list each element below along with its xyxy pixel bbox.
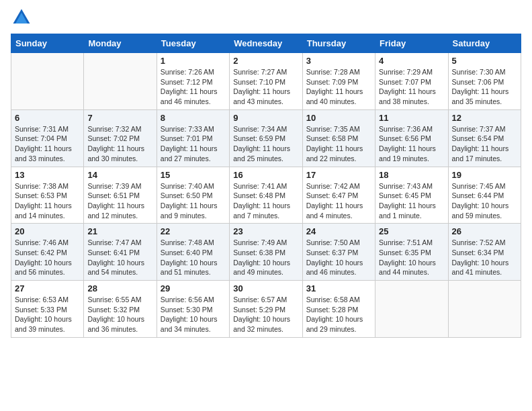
weekday-header-wednesday: Wednesday (230, 34, 302, 53)
weekday-header-friday: Friday (375, 34, 448, 53)
calendar-cell: 31Sunrise: 6:58 AM Sunset: 5:28 PM Dayli… (302, 281, 375, 338)
day-info: Sunrise: 7:47 AM Sunset: 6:41 PM Dayligh… (87, 238, 152, 277)
day-info: Sunrise: 7:36 AM Sunset: 6:56 PM Dayligh… (379, 124, 444, 164)
logo (11, 7, 35, 28)
calendar-cell: 27Sunrise: 6:53 AM Sunset: 5:33 PM Dayli… (11, 281, 84, 338)
day-info: Sunrise: 7:35 AM Sunset: 6:58 PM Dayligh… (306, 124, 371, 164)
day-info: Sunrise: 7:45 AM Sunset: 6:44 PM Dayligh… (452, 181, 517, 221)
day-info: Sunrise: 6:55 AM Sunset: 5:32 PM Dayligh… (87, 295, 152, 334)
day-number: 28 (87, 283, 152, 293)
calendar-cell: 18Sunrise: 7:43 AM Sunset: 6:45 PM Dayli… (375, 167, 448, 224)
day-number: 12 (452, 113, 517, 123)
calendar-cell (448, 281, 521, 338)
day-info: Sunrise: 7:39 AM Sunset: 6:51 PM Dayligh… (87, 181, 152, 221)
calendar-cell: 5Sunrise: 7:30 AM Sunset: 7:06 PM Daylig… (448, 53, 521, 110)
day-info: Sunrise: 7:42 AM Sunset: 6:47 PM Dayligh… (306, 181, 371, 221)
logo-icon (11, 7, 32, 28)
calendar-cell: 20Sunrise: 7:46 AM Sunset: 6:42 PM Dayli… (11, 224, 84, 281)
calendar-cell: 10Sunrise: 7:35 AM Sunset: 6:58 PM Dayli… (302, 109, 375, 167)
day-info: Sunrise: 7:40 AM Sunset: 6:50 PM Dayligh… (161, 181, 226, 221)
day-info: Sunrise: 7:34 AM Sunset: 6:59 PM Dayligh… (233, 124, 298, 164)
calendar-cell: 15Sunrise: 7:40 AM Sunset: 6:50 PM Dayli… (157, 167, 229, 224)
day-number: 2 (233, 56, 298, 66)
calendar-cell: 12Sunrise: 7:37 AM Sunset: 6:54 PM Dayli… (448, 109, 521, 167)
day-info: Sunrise: 7:41 AM Sunset: 6:48 PM Dayligh… (233, 181, 298, 221)
calendar-cell: 23Sunrise: 7:49 AM Sunset: 6:38 PM Dayli… (230, 224, 302, 281)
calendar-week-row: 6Sunrise: 7:31 AM Sunset: 7:04 PM Daylig… (11, 109, 521, 167)
day-number: 6 (15, 113, 80, 123)
day-number: 17 (306, 170, 371, 180)
calendar-cell (84, 53, 157, 110)
day-info: Sunrise: 6:53 AM Sunset: 5:33 PM Dayligh… (15, 295, 80, 334)
day-number: 30 (233, 283, 298, 293)
page: SundayMondayTuesdayWednesdayThursdayFrid… (0, 0, 532, 411)
day-number: 16 (233, 170, 298, 180)
day-info: Sunrise: 7:28 AM Sunset: 7:09 PM Dayligh… (306, 67, 371, 107)
day-number: 1 (161, 56, 226, 66)
day-info: Sunrise: 7:48 AM Sunset: 6:40 PM Dayligh… (161, 238, 226, 277)
day-number: 7 (87, 113, 152, 123)
calendar-cell: 13Sunrise: 7:38 AM Sunset: 6:53 PM Dayli… (11, 167, 84, 224)
weekday-header-saturday: Saturday (448, 34, 521, 53)
day-info: Sunrise: 7:43 AM Sunset: 6:45 PM Dayligh… (379, 181, 444, 221)
calendar-cell: 24Sunrise: 7:50 AM Sunset: 6:37 PM Dayli… (302, 224, 375, 281)
calendar-cell: 28Sunrise: 6:55 AM Sunset: 5:32 PM Dayli… (84, 281, 157, 338)
day-info: Sunrise: 7:46 AM Sunset: 6:42 PM Dayligh… (15, 238, 80, 277)
day-info: Sunrise: 7:51 AM Sunset: 6:35 PM Dayligh… (379, 238, 444, 277)
day-number: 24 (306, 226, 371, 236)
day-number: 13 (15, 170, 80, 180)
day-info: Sunrise: 7:37 AM Sunset: 6:54 PM Dayligh… (452, 124, 517, 164)
calendar-table: SundayMondayTuesdayWednesdayThursdayFrid… (11, 34, 521, 338)
weekday-header-tuesday: Tuesday (157, 34, 229, 53)
calendar-cell: 19Sunrise: 7:45 AM Sunset: 6:44 PM Dayli… (448, 167, 521, 224)
calendar-cell: 6Sunrise: 7:31 AM Sunset: 7:04 PM Daylig… (11, 109, 84, 167)
day-number: 11 (379, 113, 444, 123)
weekday-header-monday: Monday (84, 34, 157, 53)
calendar-week-row: 13Sunrise: 7:38 AM Sunset: 6:53 PM Dayli… (11, 167, 521, 224)
calendar-cell (375, 281, 448, 338)
day-number: 29 (161, 283, 226, 293)
calendar-cell: 2Sunrise: 7:27 AM Sunset: 7:10 PM Daylig… (230, 53, 302, 110)
day-info: Sunrise: 7:26 AM Sunset: 7:12 PM Dayligh… (161, 67, 226, 107)
day-info: Sunrise: 7:29 AM Sunset: 7:07 PM Dayligh… (379, 67, 444, 107)
header (11, 7, 521, 28)
day-info: Sunrise: 7:52 AM Sunset: 6:34 PM Dayligh… (452, 238, 517, 277)
day-info: Sunrise: 7:49 AM Sunset: 6:38 PM Dayligh… (233, 238, 298, 277)
weekday-header-thursday: Thursday (302, 34, 375, 53)
day-info: Sunrise: 7:38 AM Sunset: 6:53 PM Dayligh… (15, 181, 80, 221)
calendar-cell: 1Sunrise: 7:26 AM Sunset: 7:12 PM Daylig… (157, 53, 229, 110)
calendar-cell: 26Sunrise: 7:52 AM Sunset: 6:34 PM Dayli… (448, 224, 521, 281)
day-info: Sunrise: 7:27 AM Sunset: 7:10 PM Dayligh… (233, 67, 298, 107)
calendar-cell: 22Sunrise: 7:48 AM Sunset: 6:40 PM Dayli… (157, 224, 229, 281)
day-number: 31 (306, 283, 371, 293)
day-info: Sunrise: 7:50 AM Sunset: 6:37 PM Dayligh… (306, 238, 371, 277)
calendar-cell: 30Sunrise: 6:57 AM Sunset: 5:29 PM Dayli… (230, 281, 302, 338)
calendar-cell: 14Sunrise: 7:39 AM Sunset: 6:51 PM Dayli… (84, 167, 157, 224)
calendar-cell: 7Sunrise: 7:32 AM Sunset: 7:02 PM Daylig… (84, 109, 157, 167)
calendar-cell: 4Sunrise: 7:29 AM Sunset: 7:07 PM Daylig… (375, 53, 448, 110)
calendar-week-row: 20Sunrise: 7:46 AM Sunset: 6:42 PM Dayli… (11, 224, 521, 281)
day-number: 8 (161, 113, 226, 123)
day-number: 21 (87, 226, 152, 236)
day-number: 5 (452, 56, 517, 66)
day-number: 25 (379, 226, 444, 236)
day-number: 19 (452, 170, 517, 180)
calendar-cell: 29Sunrise: 6:56 AM Sunset: 5:30 PM Dayli… (157, 281, 229, 338)
calendar-week-row: 27Sunrise: 6:53 AM Sunset: 5:33 PM Dayli… (11, 281, 521, 338)
calendar-cell (11, 53, 84, 110)
weekday-header-row: SundayMondayTuesdayWednesdayThursdayFrid… (11, 34, 521, 53)
day-number: 9 (233, 113, 298, 123)
day-info: Sunrise: 6:56 AM Sunset: 5:30 PM Dayligh… (161, 295, 226, 334)
calendar-cell: 21Sunrise: 7:47 AM Sunset: 6:41 PM Dayli… (84, 224, 157, 281)
calendar-week-row: 1Sunrise: 7:26 AM Sunset: 7:12 PM Daylig… (11, 53, 521, 110)
day-number: 14 (87, 170, 152, 180)
calendar-cell: 25Sunrise: 7:51 AM Sunset: 6:35 PM Dayli… (375, 224, 448, 281)
day-info: Sunrise: 7:32 AM Sunset: 7:02 PM Dayligh… (87, 124, 152, 164)
day-number: 3 (306, 56, 371, 66)
day-number: 4 (379, 56, 444, 66)
calendar-cell: 11Sunrise: 7:36 AM Sunset: 6:56 PM Dayli… (375, 109, 448, 167)
calendar-cell: 17Sunrise: 7:42 AM Sunset: 6:47 PM Dayli… (302, 167, 375, 224)
day-number: 23 (233, 226, 298, 236)
day-info: Sunrise: 7:33 AM Sunset: 7:01 PM Dayligh… (161, 124, 226, 164)
calendar-cell: 3Sunrise: 7:28 AM Sunset: 7:09 PM Daylig… (302, 53, 375, 110)
